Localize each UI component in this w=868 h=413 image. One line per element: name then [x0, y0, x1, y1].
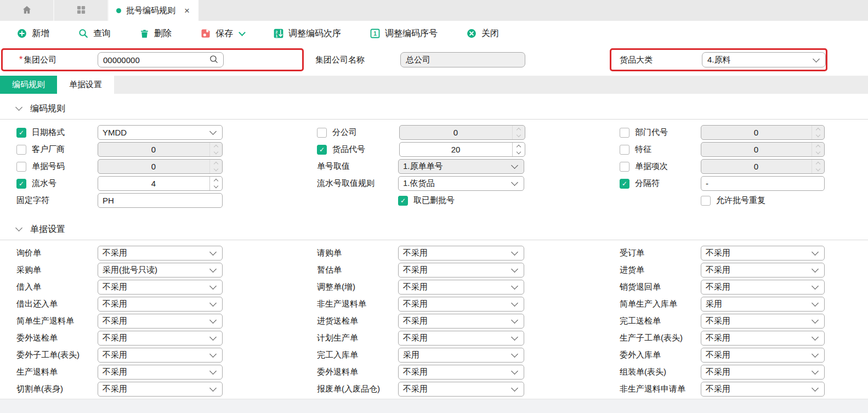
rule-cell: 部门代号0	[603, 124, 868, 141]
dropdown[interactable]: 不采用	[701, 314, 825, 329]
dropdown[interactable]: 不采用	[98, 314, 223, 329]
number-spinner[interactable]: 4	[98, 176, 223, 191]
checkbox[interactable]: ✓	[317, 145, 327, 155]
group-company-input[interactable]: 00000000	[98, 52, 224, 67]
spinner-buttons[interactable]	[512, 143, 525, 156]
doc-cell: 借出还入单不采用	[0, 296, 302, 313]
doc-type-label: 委外入库单	[620, 350, 701, 360]
checkbox[interactable]	[317, 128, 327, 138]
checkbox[interactable]	[620, 162, 629, 172]
spinner-up-icon[interactable]	[513, 143, 525, 150]
spinner-buttons[interactable]	[209, 177, 222, 190]
rule-cell: 单据号码0	[0, 158, 302, 175]
dropdown[interactable]: 采用	[701, 297, 825, 312]
delete-button[interactable]: 删除	[139, 28, 172, 39]
dropdown[interactable]: 采用(批号只读)	[98, 263, 223, 278]
adjust-code-order-button[interactable]: 2 1 调整编码次序	[273, 28, 341, 39]
inner-tabstrip: 编码规则 单据设置	[0, 76, 868, 94]
dropdown[interactable]: 不采用	[701, 280, 825, 295]
dropdown[interactable]: 不采用	[398, 365, 524, 380]
dropdown[interactable]: YMDD	[98, 125, 223, 140]
dropdown[interactable]: 不采用	[98, 348, 223, 363]
query-button[interactable]: 查询	[78, 28, 111, 39]
dropdown[interactable]: 不采用	[398, 263, 524, 278]
dropdown[interactable]: 采用	[398, 348, 524, 363]
spinner-down-icon[interactable]	[513, 150, 525, 157]
dropdown-value: 不采用	[98, 248, 206, 258]
number-spinner: 0	[701, 159, 825, 174]
dropdown[interactable]: 不采用	[98, 365, 223, 380]
doc-cell: 请购单不采用	[302, 245, 603, 262]
checkbox[interactable]	[16, 145, 26, 155]
doc-cell: 简单生产退料单不采用	[0, 313, 302, 330]
dropdown[interactable]: 不采用	[701, 246, 825, 261]
collapse-chevron-icon[interactable]	[15, 224, 22, 231]
dropdown[interactable]: 不采用	[98, 331, 223, 346]
save-button[interactable]: 保存	[200, 28, 245, 39]
dropdown[interactable]: 不采用	[98, 297, 223, 312]
close-button[interactable]: 关闭	[466, 28, 499, 39]
save-dropdown-chevron-icon[interactable]	[239, 29, 246, 36]
dropdown[interactable]: 1.原单单号	[398, 159, 524, 174]
dropdown[interactable]: 不采用	[701, 331, 825, 346]
text-input[interactable]: PH	[98, 193, 223, 208]
tab-close-icon[interactable]: ×	[183, 6, 191, 15]
rule-section-header[interactable]: 编码规则	[0, 100, 868, 117]
dropdown[interactable]: 不采用	[398, 331, 524, 346]
dropdown[interactable]: 不采用	[398, 280, 524, 295]
dropdown-value: 不采用	[98, 333, 206, 343]
field-label: 分公司	[332, 127, 399, 138]
dropdown[interactable]: 不采用	[98, 246, 223, 261]
dropdown-value: 不采用	[399, 316, 508, 326]
spinner-up-icon[interactable]	[210, 177, 222, 184]
checkbox[interactable]: ✓	[398, 196, 408, 206]
dropdown[interactable]: 不采用	[701, 263, 825, 278]
dropdown[interactable]: 不采用	[398, 314, 524, 329]
dropdown[interactable]: 不采用	[398, 297, 524, 312]
sort-numeric-icon: 2 1	[273, 28, 284, 39]
checkbox[interactable]	[701, 196, 711, 206]
dropdown-value: 采用	[701, 299, 808, 309]
close-button-label: 关闭	[481, 28, 499, 39]
spinner-up-icon	[812, 143, 824, 150]
chevron-down-icon	[812, 316, 819, 324]
checkbox[interactable]: ✓	[16, 128, 26, 138]
doc-type-label: 完工入库单	[317, 350, 398, 360]
number-spinner[interactable]: 20	[399, 142, 525, 157]
trash-icon	[139, 29, 150, 39]
tab-batch-code-rule[interactable]: 批号编码规则 ×	[109, 0, 198, 21]
goods-category-select[interactable]: 4.原料	[702, 52, 826, 67]
dropdown[interactable]: 不采用	[701, 382, 825, 397]
dropdown[interactable]: 不采用	[98, 280, 223, 295]
checkbox[interactable]	[620, 145, 629, 155]
apps-tab[interactable]	[54, 0, 109, 21]
dropdown-value: 不采用	[701, 248, 808, 258]
dropdown[interactable]: 不采用	[98, 382, 223, 397]
checkbox[interactable]	[620, 128, 629, 138]
text-input[interactable]: -	[701, 176, 825, 191]
field-label: 特征	[635, 144, 701, 155]
tab-doc-settings[interactable]: 单据设置	[57, 76, 114, 94]
doc-cell: 生产子工单(表头)不采用	[603, 330, 868, 347]
doc-section-header[interactable]: 单据设置	[0, 221, 868, 237]
checkbox[interactable]: ✓	[620, 179, 629, 189]
collapse-chevron-icon[interactable]	[15, 104, 22, 111]
checkbox[interactable]	[16, 162, 26, 172]
checkbox[interactable]: ✓	[16, 179, 26, 189]
dropdown[interactable]: 不采用	[701, 348, 825, 363]
lookup-search-icon[interactable]	[209, 54, 219, 66]
dropdown[interactable]: 1.依货品	[398, 176, 524, 191]
add-button[interactable]: 新增	[16, 28, 49, 39]
chevron-down-icon	[511, 265, 518, 273]
doc-cell: 进货单不采用	[603, 262, 868, 279]
dropdown[interactable]: 不采用	[701, 365, 825, 380]
home-tab[interactable]	[0, 0, 54, 21]
adjust-code-serial-button[interactable]: 1 调整编码序号	[370, 28, 438, 39]
tab-coding-rule[interactable]: 编码规则	[0, 76, 57, 94]
check-icon: ✓	[319, 146, 325, 153]
spinner-buttons	[812, 143, 824, 156]
dropdown[interactable]: 不采用	[398, 246, 524, 261]
chevron-down-icon	[812, 299, 819, 307]
spinner-down-icon[interactable]	[210, 184, 222, 191]
dropdown[interactable]: 不采用	[398, 382, 524, 397]
